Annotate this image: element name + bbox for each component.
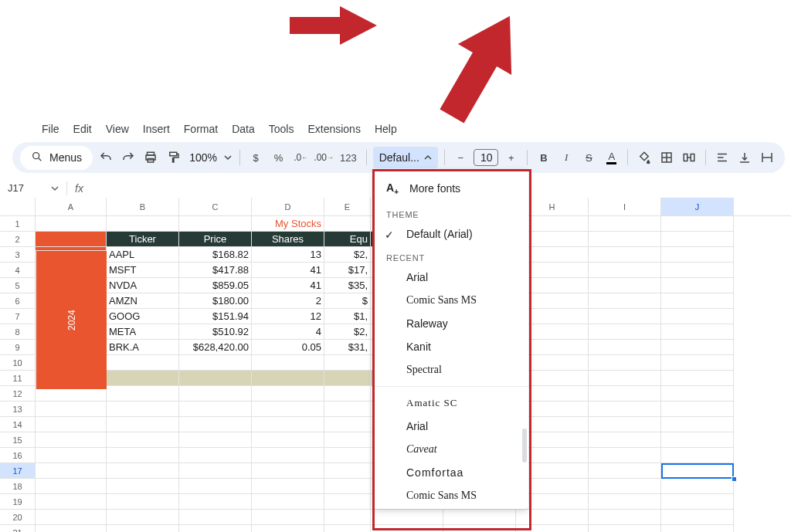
cell[interactable] xyxy=(179,510,252,525)
cell[interactable] xyxy=(589,340,661,355)
shares-cell[interactable]: 41 xyxy=(252,263,324,278)
zoom-select[interactable]: 100% xyxy=(186,151,220,164)
year-merged-cell[interactable]: 2024 xyxy=(36,250,107,389)
cell[interactable] xyxy=(179,432,252,448)
cell[interactable] xyxy=(252,386,324,402)
header-equity[interactable]: Equ xyxy=(324,232,371,247)
ticker-cell[interactable]: MSFT xyxy=(107,263,179,278)
cell[interactable] xyxy=(324,417,371,432)
row-header[interactable]: 6 xyxy=(0,293,36,309)
title-cell[interactable]: My Stocks xyxy=(252,216,324,232)
vertical-align-button[interactable] xyxy=(735,147,754,168)
cell[interactable] xyxy=(661,463,734,479)
cell[interactable] xyxy=(36,525,107,532)
name-box[interactable]: J17 xyxy=(5,181,43,195)
cell[interactable] xyxy=(589,432,661,448)
cell[interactable] xyxy=(661,371,734,386)
cell[interactable] xyxy=(371,525,443,532)
cell[interactable] xyxy=(179,216,252,232)
menu-format[interactable]: Format xyxy=(184,123,218,135)
cell[interactable] xyxy=(661,402,734,417)
cell[interactable] xyxy=(252,432,324,448)
format-currency-button[interactable]: $ xyxy=(246,147,266,168)
font-size-input[interactable]: 10 xyxy=(474,149,498,166)
menu-view[interactable]: View xyxy=(106,123,129,135)
font-item-comfortaa[interactable]: Comfortaa xyxy=(374,461,528,484)
row-header[interactable]: 1 xyxy=(0,216,36,232)
cell[interactable] xyxy=(252,448,324,463)
equity-cell[interactable]: $35, xyxy=(324,278,371,293)
font-item-default-arial[interactable]: ✓ Default (Arial) xyxy=(374,222,528,246)
row-header[interactable]: 10 xyxy=(0,355,36,371)
cell[interactable] xyxy=(36,494,107,510)
cell[interactable] xyxy=(36,216,107,232)
selection-handle[interactable] xyxy=(732,476,737,482)
cell[interactable] xyxy=(36,510,107,525)
price-cell[interactable]: $180.00 xyxy=(179,293,252,309)
cell[interactable] xyxy=(371,510,443,525)
cell[interactable] xyxy=(589,216,661,232)
cell[interactable] xyxy=(179,448,252,463)
format-number-button[interactable]: 123 xyxy=(337,147,360,168)
cell[interactable] xyxy=(661,510,734,525)
cell[interactable] xyxy=(179,479,252,494)
cell[interactable] xyxy=(589,494,661,510)
cell[interactable] xyxy=(589,479,661,494)
font-item-comic-sans[interactable]: Comic Sans MS xyxy=(374,289,528,312)
column-header-A[interactable]: A xyxy=(36,198,107,215)
header-ticker[interactable]: Ticker xyxy=(107,232,179,247)
cell[interactable] xyxy=(36,463,107,479)
price-cell[interactable]: $417.88 xyxy=(179,263,252,278)
equity-cell[interactable]: $ xyxy=(324,293,371,309)
text-wrap-button[interactable] xyxy=(758,147,777,168)
row-header[interactable]: 14 xyxy=(0,417,36,432)
decrease-font-size-button[interactable]: − xyxy=(451,147,470,168)
cell[interactable] xyxy=(589,417,661,432)
row-header[interactable]: 13 xyxy=(0,402,36,417)
cell[interactable] xyxy=(179,355,252,371)
format-percent-button[interactable]: % xyxy=(269,147,288,168)
cell[interactable] xyxy=(661,216,734,232)
cell[interactable] xyxy=(36,448,107,463)
menu-extensions[interactable]: Extensions xyxy=(307,123,360,135)
bold-button[interactable]: B xyxy=(534,147,553,168)
column-header-D[interactable]: D xyxy=(252,198,324,215)
cell[interactable] xyxy=(179,402,252,417)
cell[interactable] xyxy=(107,510,179,525)
cell[interactable] xyxy=(324,386,371,402)
shares-cell[interactable]: 13 xyxy=(252,247,324,263)
cell[interactable] xyxy=(179,525,252,532)
cell[interactable] xyxy=(107,432,179,448)
cell[interactable] xyxy=(661,525,734,532)
cell[interactable] xyxy=(179,463,252,479)
print-button[interactable] xyxy=(141,147,161,168)
borders-button[interactable] xyxy=(657,147,677,168)
cell[interactable] xyxy=(589,463,661,479)
undo-button[interactable] xyxy=(96,147,115,168)
cell[interactable] xyxy=(589,448,661,463)
cell[interactable] xyxy=(324,525,371,532)
row-header[interactable]: 18 xyxy=(0,479,36,494)
cell[interactable] xyxy=(589,386,661,402)
price-cell[interactable]: $510.92 xyxy=(179,324,252,340)
row-header[interactable]: 8 xyxy=(0,324,36,340)
font-item-arial-all[interactable]: Arial xyxy=(374,415,528,438)
cell[interactable] xyxy=(661,386,734,402)
column-header-J[interactable]: J xyxy=(661,198,734,215)
more-fonts-item[interactable]: A+ More fonts xyxy=(374,175,528,202)
cell[interactable] xyxy=(252,479,324,494)
decrease-decimal-button[interactable]: .0← xyxy=(291,147,311,168)
cell[interactable] xyxy=(36,232,107,247)
font-item-amatic-sc[interactable]: Amatic SC xyxy=(374,391,528,415)
cell[interactable] xyxy=(179,494,252,510)
cell[interactable] xyxy=(661,324,734,340)
cell[interactable] xyxy=(661,340,734,355)
price-cell[interactable]: $628,420.00 xyxy=(179,340,252,355)
cell[interactable] xyxy=(589,371,661,386)
cell[interactable] xyxy=(589,525,661,532)
increase-decimal-button[interactable]: .00→ xyxy=(314,147,334,168)
cell[interactable] xyxy=(661,278,734,293)
cell[interactable] xyxy=(252,494,324,510)
scrollbar-thumb[interactable] xyxy=(522,429,527,463)
cell[interactable] xyxy=(36,402,107,417)
